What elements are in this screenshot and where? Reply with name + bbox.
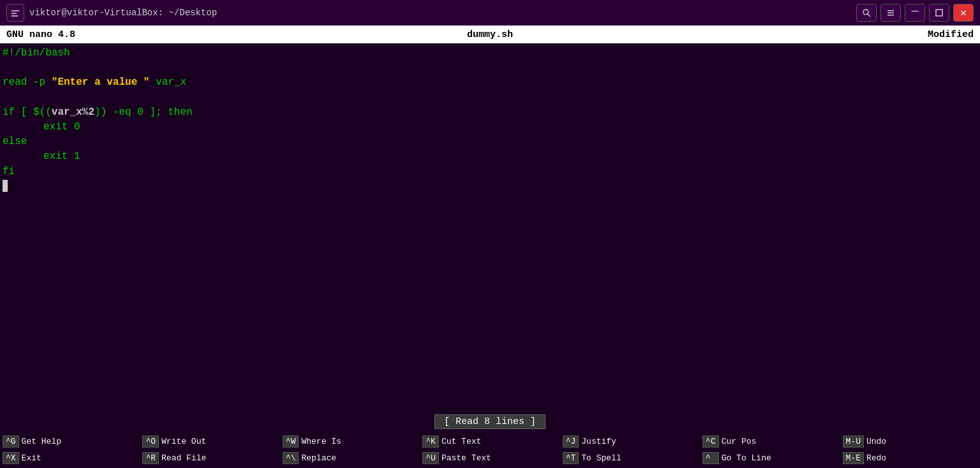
title-bar-left: viktor@viktor-VirtualBox: ~/Desktop (6, 4, 217, 22)
shortcut-label-replace: Replace (301, 453, 336, 463)
shortcut-key-curpos: ^C (702, 435, 719, 448)
shortcut-label-gotoline: Go To Line (722, 453, 771, 463)
shortcut-col-6: ^C Cur Pos ^ Go To Line (700, 432, 840, 467)
shortcut-label-redo: Redo (866, 453, 886, 463)
shortcut-key-undo: M-U (843, 435, 864, 448)
title-bar: viktor@viktor-VirtualBox: ~/Desktop ─ ✕ (0, 0, 980, 26)
code-line-1: #!/bin/bash (0, 46, 980, 61)
shortcut-read-file[interactable]: ^R Read File (142, 450, 277, 466)
shortcut-cur-pos[interactable]: ^C Cur Pos (702, 433, 837, 450)
code-line-10 (0, 179, 980, 194)
shortcut-replace[interactable]: ^\ Replace (283, 450, 417, 466)
svg-rect-5 (887, 10, 894, 11)
svg-point-3 (863, 10, 868, 15)
code-line-8: exit 1 (0, 149, 980, 164)
shortcut-label-exit: Exit (22, 453, 41, 463)
shortcut-label-justify: Justify (581, 437, 616, 446)
status-bar: [ Read 8 lines ] (0, 412, 980, 431)
shortcut-key-replace: ^\ (283, 452, 299, 464)
shortcut-key-whereis: ^W (283, 435, 299, 448)
shortcut-key-justify: ^J (563, 435, 579, 448)
title-bar-controls: ─ ✕ (856, 4, 974, 22)
shortcut-col-4: ^K Cut Text ^U Paste Text (420, 432, 560, 467)
shortcut-label-gethelp: Get Help (22, 437, 61, 446)
title-bar-title: viktor@viktor-VirtualBox: ~/Desktop (29, 8, 217, 18)
shortcut-label-readfile: Read File (161, 453, 206, 463)
shortcut-cut-text[interactable]: ^K Cut Text (422, 433, 557, 450)
nano-version: GNU nano 4.8 (6, 29, 329, 40)
shortcut-key-pastetext: ^U (422, 452, 439, 464)
svg-rect-1 (11, 13, 17, 14)
shortcut-label-whereis: Where Is (301, 437, 341, 446)
shortcut-to-spell[interactable]: ^T To Spell (563, 450, 697, 466)
shortcut-label-pastetext: Paste Text (442, 453, 491, 463)
minimize-button[interactable]: ─ (905, 4, 925, 22)
window-icon (6, 4, 24, 22)
editor-area[interactable]: #!/bin/bash read -p "Enter a value " var… (0, 43, 980, 412)
code-line-5: if [ $((var_x%2)) -eq 0 ]; then (0, 105, 980, 120)
shortcut-key-readfile: ^R (142, 452, 159, 464)
svg-line-4 (868, 14, 870, 17)
code-line-4 (0, 91, 980, 105)
shortcut-justify[interactable]: ^J Justify (563, 433, 697, 450)
nano-filename: dummy.sh (329, 29, 651, 40)
code-line-7: else (0, 135, 980, 149)
shortcut-bar: ^G Get Help ^X Exit ^O Write Out ^R Read… (0, 431, 980, 468)
nano-modified: Modified (651, 29, 974, 40)
shortcut-key-exit: ^X (3, 452, 19, 464)
shortcut-get-help[interactable]: ^G Get Help (3, 433, 137, 450)
shortcut-col-1: ^G Get Help ^X Exit (0, 432, 140, 467)
shortcut-paste-text[interactable]: ^U Paste Text (422, 450, 557, 466)
svg-rect-8 (936, 10, 942, 16)
shortcut-key-cuttext: ^K (422, 435, 439, 448)
svg-rect-6 (887, 13, 894, 14)
shortcut-where-is[interactable]: ^W Where Is (283, 433, 417, 450)
shortcut-col-2: ^O Write Out ^R Read File (140, 432, 279, 467)
shortcut-key-writeout: ^O (142, 435, 159, 448)
shortcut-key-gotoline: ^ (702, 452, 719, 464)
code-line-2 (0, 61, 980, 75)
code-line-3: read -p "Enter a value " var_x (0, 75, 980, 90)
shortcut-undo[interactable]: M-U Undo (843, 433, 977, 450)
svg-rect-2 (11, 15, 18, 17)
close-button[interactable]: ✕ (953, 4, 974, 22)
shortcut-label-tospell: To Spell (581, 453, 621, 463)
shortcut-go-to-line[interactable]: ^ Go To Line (702, 450, 837, 466)
shortcut-label-writeout: Write Out (161, 437, 206, 446)
shortcut-exit[interactable]: ^X Exit (3, 450, 137, 466)
shortcut-key-gethelp: ^G (3, 435, 19, 448)
nano-header: GNU nano 4.8 dummy.sh Modified (0, 26, 980, 43)
shortcut-label-undo: Undo (866, 437, 886, 446)
shortcut-col-3: ^W Where Is ^\ Replace (280, 432, 420, 467)
shortcut-key-redo: M-E (843, 452, 864, 464)
shortcut-label-curpos: Cur Pos (722, 437, 757, 446)
svg-rect-7 (887, 15, 894, 16)
menu-button[interactable] (880, 4, 901, 22)
shortcut-redo[interactable]: M-E Redo (843, 450, 977, 466)
shortcut-col-5: ^J Justify ^T To Spell (560, 432, 700, 467)
code-line-9: fi (0, 165, 980, 179)
shortcut-write-out[interactable]: ^O Write Out (142, 433, 277, 450)
maximize-button[interactable] (929, 4, 949, 22)
shortcut-label-cuttext: Cut Text (442, 437, 481, 446)
status-message: [ Read 8 lines ] (434, 414, 546, 429)
shortcut-key-tospell: ^T (563, 452, 579, 464)
shortcut-col-7: M-U Undo M-E Redo (840, 432, 980, 467)
search-button[interactable] (856, 4, 877, 22)
code-line-6: exit 0 (0, 120, 980, 135)
svg-rect-0 (11, 10, 19, 11)
